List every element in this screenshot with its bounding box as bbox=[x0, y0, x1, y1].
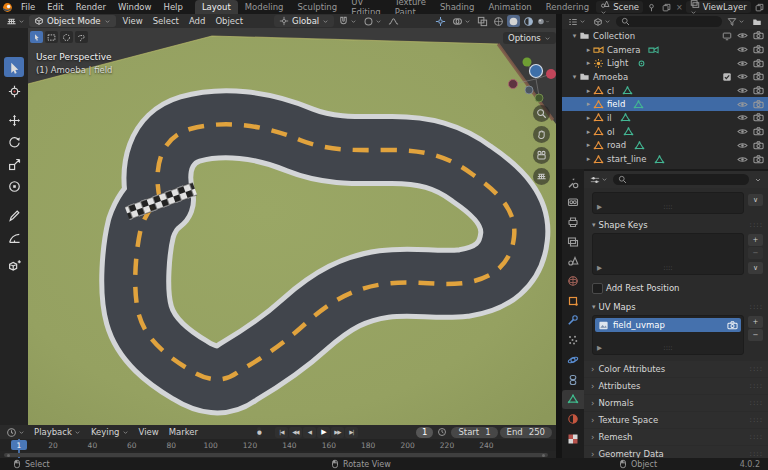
tab-layout[interactable]: Layout bbox=[195, 0, 238, 14]
menu-render[interactable]: Render bbox=[70, 2, 112, 12]
menu-help[interactable]: Help bbox=[157, 2, 188, 12]
tab-animation[interactable]: Animation bbox=[481, 0, 538, 14]
jump-start-button[interactable]: |◀ bbox=[275, 427, 288, 438]
outliner-row-camera[interactable]: ▸Camera bbox=[562, 43, 768, 57]
properties-tab-object[interactable] bbox=[562, 291, 584, 310]
hide-eye-icon[interactable] bbox=[737, 140, 748, 151]
viewport-menu-add[interactable]: Add bbox=[184, 16, 210, 26]
properties-tab-world[interactable] bbox=[562, 272, 584, 291]
tweak-mode-button[interactable] bbox=[30, 31, 43, 43]
specials-arrow-icon[interactable]: ▶ bbox=[597, 344, 602, 352]
timeline-menu-keying[interactable]: Keying bbox=[86, 427, 134, 437]
scene-selector[interactable]: Scene bbox=[596, 1, 643, 13]
disclosure-icon[interactable]: ▸ bbox=[584, 141, 593, 149]
next-keyframe-button[interactable]: ▶▶ bbox=[331, 427, 344, 438]
properties-tab-scene[interactable] bbox=[562, 252, 584, 271]
select-lasso-mode-button[interactable] bbox=[75, 31, 88, 43]
xray-toggle-icon[interactable] bbox=[475, 16, 490, 27]
disable-render-icon[interactable] bbox=[753, 71, 764, 82]
editor-type-icon[interactable] bbox=[4, 16, 27, 27]
mode-dropdown[interactable]: Object Mode bbox=[29, 15, 116, 27]
uv-maps-panel-header[interactable]: ▾ UV Maps :::: bbox=[584, 300, 768, 314]
timeline-editor-icon[interactable] bbox=[4, 427, 27, 438]
shading-solid-icon[interactable] bbox=[507, 15, 520, 27]
options-dropdown[interactable]: Options bbox=[503, 32, 556, 44]
outliner-row-ol[interactable]: ▸ol bbox=[562, 125, 768, 139]
menu-edit[interactable]: Edit bbox=[41, 2, 69, 12]
menu-file[interactable]: File bbox=[15, 2, 41, 12]
outliner-row-start_line[interactable]: ▸start_line bbox=[562, 152, 768, 166]
disclosure-icon[interactable]: ▸ bbox=[584, 114, 593, 122]
disable-render-icon[interactable] bbox=[753, 44, 764, 55]
resize-grip[interactable]: :::: bbox=[663, 344, 672, 352]
uv-map-remove-button[interactable]: − bbox=[748, 329, 763, 341]
panel-grip[interactable]: :::: bbox=[750, 399, 763, 407]
add-rest-position-row[interactable]: Add Rest Position bbox=[584, 281, 768, 295]
properties-tab-render[interactable] bbox=[562, 193, 584, 212]
disclosure-icon[interactable]: ▸ bbox=[584, 46, 593, 54]
overlays-toggle-icon[interactable] bbox=[450, 16, 473, 27]
disable-render-icon[interactable] bbox=[753, 112, 764, 123]
timeline-ruler[interactable]: 1 20406080100120140160180200220240 bbox=[0, 439, 556, 451]
unlink-scene-icon[interactable]: × bbox=[675, 3, 684, 12]
select-box-mode-button[interactable] bbox=[45, 31, 58, 43]
properties-tab-physics[interactable] bbox=[562, 350, 584, 369]
vertex-group-specials-button[interactable]: ∨ bbox=[748, 194, 763, 206]
properties-tab-output[interactable] bbox=[562, 212, 584, 231]
specials-arrow-icon[interactable]: ▶ bbox=[597, 264, 602, 272]
panel-geometry-data[interactable]: ›Geometry Data:::: bbox=[584, 446, 768, 458]
gizmos-toggle-icon[interactable] bbox=[433, 16, 448, 27]
move-tool[interactable] bbox=[4, 110, 24, 130]
panel-grip[interactable]: :::: bbox=[750, 433, 763, 441]
properties-tab-material[interactable] bbox=[562, 409, 584, 428]
axis-y-handle[interactable] bbox=[523, 58, 532, 67]
properties-search-input[interactable] bbox=[613, 174, 749, 185]
hide-eye-icon[interactable] bbox=[737, 44, 748, 55]
proportional-editing-icon[interactable] bbox=[361, 16, 384, 27]
properties-tab-object-data[interactable] bbox=[562, 390, 584, 409]
new-collection-icon[interactable] bbox=[750, 17, 764, 27]
axis-y-neg-handle[interactable] bbox=[535, 94, 543, 102]
shading-wireframe-icon[interactable] bbox=[492, 15, 505, 27]
menu-window[interactable]: Window bbox=[112, 2, 158, 12]
panel-grip[interactable]: :::: bbox=[750, 303, 763, 311]
panel-grip[interactable]: :::: bbox=[750, 221, 763, 229]
editor-divider[interactable] bbox=[556, 14, 562, 458]
disable-render-icon[interactable] bbox=[753, 140, 764, 151]
viewlayer-selector[interactable]: ViewLayer bbox=[686, 1, 751, 13]
shape-keys-list[interactable]: ▶ :::: bbox=[592, 233, 744, 275]
disable-render-icon[interactable] bbox=[753, 154, 764, 165]
falloff-curve-icon[interactable] bbox=[386, 16, 401, 27]
disclosure-icon[interactable]: ▸ bbox=[584, 87, 593, 95]
disable-render-icon[interactable] bbox=[753, 126, 764, 137]
disclosure-icon[interactable]: ▸ bbox=[584, 155, 593, 163]
outliner-display-mode-icon[interactable] bbox=[566, 17, 588, 27]
axis-z-neg-handle[interactable] bbox=[525, 86, 533, 94]
disclosure-icon[interactable]: ▾ bbox=[570, 73, 579, 81]
play-reverse-button[interactable]: ◀ bbox=[303, 427, 316, 438]
uv-maps-list[interactable]: field_uvmap ▶ :::: bbox=[592, 315, 744, 355]
tab-sculpting[interactable]: Sculpting bbox=[290, 0, 344, 14]
transform-tool[interactable] bbox=[4, 176, 24, 196]
camera-view-nav-button[interactable] bbox=[533, 147, 550, 164]
chevron-down-icon[interactable] bbox=[752, 176, 764, 184]
shape-key-add-button[interactable]: + bbox=[748, 234, 763, 246]
add-rest-position-checkbox[interactable] bbox=[592, 283, 603, 294]
viewport-menu-view[interactable]: View bbox=[118, 16, 148, 26]
orientation-dropdown[interactable]: Global bbox=[274, 15, 334, 27]
panel-grip[interactable]: :::: bbox=[750, 450, 763, 458]
timeline-menu-marker[interactable]: Marker bbox=[164, 427, 203, 437]
tab-uv-editing[interactable]: UV Editing bbox=[344, 0, 388, 14]
auto-keying-button[interactable]: ● bbox=[257, 427, 261, 438]
uv-map-item[interactable]: field_uvmap bbox=[595, 318, 741, 332]
tab-texture-paint[interactable]: Texture Paint bbox=[388, 0, 433, 14]
select-circle-mode-button[interactable] bbox=[60, 31, 73, 43]
tab-shading[interactable]: Shading bbox=[433, 0, 482, 14]
hide-eye-icon[interactable] bbox=[737, 99, 748, 110]
panel-grip[interactable]: :::: bbox=[750, 365, 763, 373]
outliner-row-amoeba[interactable]: ▾Amoeba bbox=[562, 70, 768, 84]
scrollbar-handle-left[interactable] bbox=[7, 454, 10, 457]
timeline-menu-playback[interactable]: Playback bbox=[29, 427, 86, 437]
timeline-menu-view[interactable]: View bbox=[134, 427, 164, 437]
outliner-row-field[interactable]: ▸field bbox=[562, 97, 768, 111]
